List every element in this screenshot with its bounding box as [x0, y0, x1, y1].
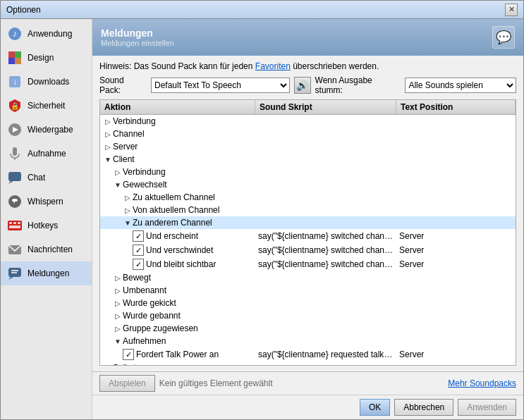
row-position [396, 209, 516, 211]
close-button[interactable]: ✕ [505, 4, 518, 16]
ok-button[interactable]: OK [360, 399, 390, 416]
tree-toggle[interactable]: ▷ [103, 116, 113, 126]
table-row[interactable]: Und verschwindetsay("${clientname} switc… [100, 243, 516, 257]
apply-button[interactable]: Anwenden [458, 399, 516, 416]
sidebar-item-anwendung[interactable]: ♪Anwendung [1, 22, 92, 46]
row-sound [255, 340, 396, 342]
table-row[interactable]: ▷Server [100, 140, 516, 153]
table-row[interactable]: ▷Verbindung [100, 166, 516, 178]
row-position: Server [396, 245, 516, 256]
row-sound [255, 171, 396, 173]
tree-toggle[interactable]: ▼ [103, 154, 113, 164]
table-row[interactable]: ▷Verbindung [100, 115, 516, 128]
table-row[interactable]: ▷Zu aktuellem Channel [100, 191, 516, 204]
sidebar-item-sicherheit[interactable]: 🔒Sicherheit [1, 94, 92, 118]
row-position [396, 197, 516, 198]
svg-rect-19 [9, 226, 20, 228]
tree-toggle[interactable]: ▷ [113, 273, 123, 283]
row-label: Wurde gebannt [123, 311, 181, 321]
checkbox[interactable] [133, 230, 144, 242]
cancel-button[interactable]: Abbrechen [394, 399, 453, 416]
svg-rect-4 [8, 58, 15, 64]
row-sound [255, 159, 396, 160]
sidebar-item-chat[interactable]: Chat [1, 166, 92, 190]
sidebar-item-design[interactable]: Design [1, 46, 92, 70]
row-sound [255, 209, 396, 211]
sound-pack-select[interactable]: Default Text To SpeechNoneCustom [151, 78, 290, 93]
tree-table: Aktion Sound Skript Text Position ▷Verbi… [99, 99, 516, 366]
row-label: Bewegt [123, 273, 151, 283]
row-label: Umbenannt [123, 285, 166, 295]
play-button[interactable]: Abspielen [99, 375, 155, 392]
row-label: Und verschwindet [146, 245, 213, 255]
table-row[interactable]: ▷Gruppe zugewiesen [100, 322, 516, 335]
tree-toggle[interactable]: ▷ [123, 192, 133, 202]
row-position: Server [396, 230, 516, 242]
table-row[interactable]: ▼Zu anderem Channel [100, 216, 516, 229]
row-position [396, 184, 516, 185]
hotkeys-icon [6, 217, 23, 234]
tree-toggle[interactable]: ▷ [113, 167, 123, 177]
row-position [396, 315, 516, 316]
tree-toggle[interactable]: ▷ [113, 285, 123, 295]
bottom-bar: Abspielen Kein gültiges Element gewählt … [92, 371, 523, 395]
notice-text-before: Hinweis: Das Sound Pack kann für jeden [99, 61, 255, 71]
table-row[interactable]: Fordert Talk Power ansay("${clientname} … [100, 347, 516, 362]
sidebar-item-whispern[interactable]: Whispern [1, 190, 92, 214]
panel-header: Meldungen Meldungen einstellen 💬 [92, 19, 523, 56]
sidebar-item-label-nachrichten: Nachrichten [28, 245, 73, 254]
svg-text:↓: ↓ [13, 77, 17, 87]
table-row[interactable]: ▼Client [100, 153, 516, 166]
sidebar-item-downloads[interactable]: ↓Downloads [1, 70, 92, 94]
tree-toggle[interactable]: ▷ [113, 323, 123, 333]
sidebar-item-aufnahme[interactable]: Aufnahme [1, 142, 92, 166]
row-position [396, 171, 516, 173]
table-row[interactable]: ▼Aufnehmen [100, 335, 516, 347]
whispern-icon [6, 193, 23, 210]
tree-toggle[interactable]: ▷ [103, 129, 113, 139]
sidebar-item-nachrichten[interactable]: Nachrichten [1, 237, 92, 261]
table-row[interactable]: ▷Wurde gekickt [100, 297, 516, 309]
tree-toggle[interactable]: ▼ [123, 218, 133, 228]
mute-label: Wenn Ausgabe stumm: [315, 75, 401, 95]
row-label: Von aktuellem Channel [133, 205, 219, 215]
svg-text:♪: ♪ [13, 28, 18, 39]
tree-toggle[interactable]: ▷ [123, 205, 133, 215]
table-row[interactable]: ▷Channel [100, 128, 516, 140]
table-row[interactable]: ▷Von aktuellem Channel [100, 204, 516, 216]
panel-subtitle: Meldungen einstellen [101, 39, 174, 47]
sidebar-item-label-aufnahme: Aufnahme [28, 149, 66, 159]
sidebar: ♪AnwendungDesign↓Downloads🔒SicherheitWie… [1, 19, 92, 419]
tree-toggle[interactable]: ▼ [113, 336, 123, 346]
table-row[interactable]: ▷Wurde gebannt [100, 309, 516, 322]
svg-rect-16 [9, 222, 12, 224]
sidebar-item-meldungen[interactable]: Meldungen [1, 261, 92, 285]
svg-rect-5 [15, 58, 21, 64]
checkbox[interactable] [133, 245, 144, 256]
mehr-soundpacks-link[interactable]: Mehr Soundpacks [448, 378, 516, 388]
chat-icon [6, 169, 23, 186]
tree-toggle[interactable]: ▷ [103, 363, 113, 366]
table-row[interactable]: Und bleibt sichtbarsay("${clientname} sw… [100, 257, 516, 271]
mute-select[interactable]: Alle Sounds spielenKeine Sounds spielen [405, 78, 516, 93]
svg-rect-17 [13, 222, 16, 224]
checkbox[interactable] [133, 259, 144, 270]
sidebar-item-wiedergabe[interactable]: Wiedergabe [1, 118, 92, 142]
checkbox[interactable] [123, 349, 134, 360]
panel-body: Hinweis: Das Sound Pack kann für jeden F… [92, 56, 523, 371]
mute-icon-button[interactable]: 🔊 [294, 77, 311, 94]
sidebar-item-hotkeys[interactable]: Hotkeys [1, 214, 92, 237]
sidebar-item-label-hotkeys: Hotkeys [28, 221, 58, 230]
tree-toggle[interactable]: ▼ [113, 180, 123, 190]
sound-pack-label: Sound Pack: [99, 75, 147, 95]
table-row[interactable]: ▷Umbenannt [100, 284, 516, 297]
tree-toggle[interactable]: ▷ [103, 142, 113, 152]
table-row[interactable]: ▷Selbst [100, 362, 516, 366]
table-row[interactable]: ▼Gewechselt [100, 178, 516, 191]
row-position [396, 121, 516, 122]
table-row[interactable]: ▷Bewegt [100, 271, 516, 284]
notice-link[interactable]: Favoriten [255, 61, 291, 71]
table-row[interactable]: Und erscheintsay("${clientname} switched… [100, 229, 516, 243]
tree-toggle[interactable]: ▷ [113, 298, 123, 308]
tree-toggle[interactable]: ▷ [113, 311, 123, 321]
